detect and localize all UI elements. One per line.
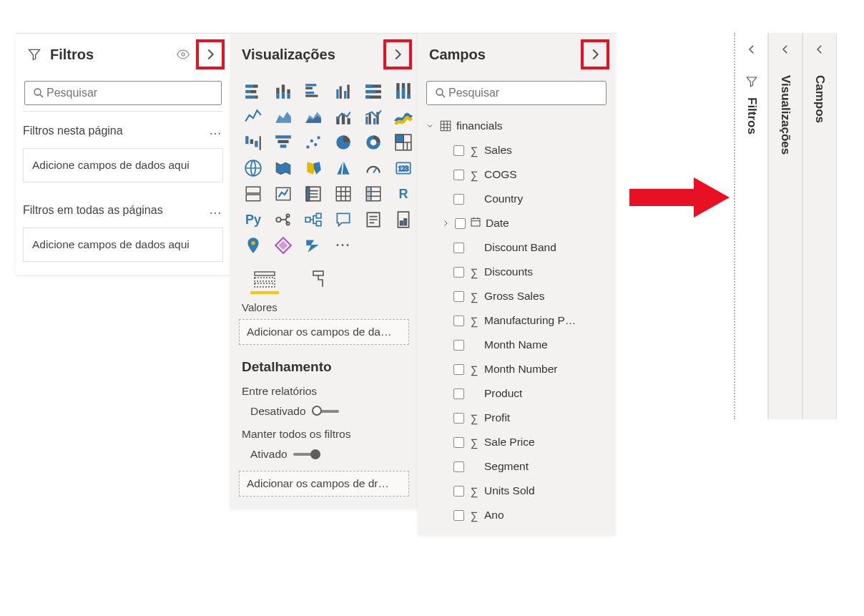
viz-more-icon[interactable]: ··· <box>330 233 356 258</box>
checkbox[interactable] <box>453 170 464 180</box>
viz-clustered-column-icon[interactable] <box>330 78 356 104</box>
viz-stacked-area-icon[interactable] <box>300 104 326 129</box>
collapsed-filters-tab[interactable]: Filtros <box>734 33 768 419</box>
svg-rect-10 <box>282 84 285 92</box>
svg-rect-85 <box>471 218 480 226</box>
viz-area-icon[interactable] <box>270 104 296 129</box>
field-segment[interactable]: Segment <box>425 454 611 479</box>
viz-stacked-bar-icon[interactable] <box>240 78 266 104</box>
field-manufacturing-p-[interactable]: ∑Manufacturing P… <box>425 308 611 333</box>
viz-100-stacked-column-icon[interactable] <box>391 78 416 104</box>
collapsed-fields-tab[interactable]: Campos <box>802 33 837 419</box>
checkbox[interactable] <box>453 243 464 253</box>
checkbox[interactable] <box>455 218 466 229</box>
checkbox[interactable] <box>453 486 464 497</box>
viz-donut-icon[interactable] <box>360 129 386 155</box>
viz-ribbon-icon[interactable] <box>391 104 416 129</box>
svg-rect-71 <box>305 217 310 223</box>
viz-py-visual-icon[interactable]: Py <box>240 207 266 233</box>
fields-search[interactable] <box>426 81 607 105</box>
viz-r-visual-icon[interactable]: R <box>391 181 416 207</box>
viz-line-clustered-icon[interactable] <box>360 104 386 129</box>
viz-line-icon[interactable] <box>240 104 266 129</box>
field-month-number[interactable]: ∑Month Number <box>425 357 611 381</box>
viz-treemap-icon[interactable] <box>391 129 416 155</box>
filters-search-input[interactable] <box>45 86 214 100</box>
viz-100-stacked-bar-icon[interactable] <box>360 78 386 104</box>
checkbox[interactable] <box>453 194 464 205</box>
checkbox[interactable] <box>453 413 464 424</box>
field-month-name[interactable]: Month Name <box>425 333 611 357</box>
eye-icon[interactable] <box>175 46 192 63</box>
field-product[interactable]: Product <box>425 381 611 406</box>
viz-arcgis-icon[interactable] <box>240 233 266 258</box>
fields-collapse-button[interactable] <box>581 39 609 69</box>
filters-all-drop[interactable]: Adicione campos de dados aqui <box>23 228 223 262</box>
filters-page-drop[interactable]: Adicione campos de dados aqui <box>23 148 223 182</box>
keep-filters-toggle[interactable] <box>293 449 320 459</box>
field-sale-price[interactable]: ∑Sale Price <box>425 430 611 454</box>
viz-table-icon[interactable] <box>330 181 356 207</box>
field-date[interactable]: Date <box>425 211 611 235</box>
checkbox[interactable] <box>453 388 464 399</box>
viz-pie-icon[interactable] <box>330 129 356 155</box>
cross-report-toggle[interactable] <box>312 406 339 416</box>
field-sales[interactable]: ∑ Sales <box>425 138 611 162</box>
more-icon[interactable]: … <box>209 123 223 138</box>
field-gross-sales[interactable]: ∑Gross Sales <box>425 284 611 308</box>
more-icon[interactable]: … <box>209 202 223 217</box>
viz-line-column-icon[interactable] <box>330 104 356 129</box>
viz-narrative-icon[interactable] <box>360 207 386 233</box>
viz-shape-map-icon[interactable] <box>300 155 326 181</box>
viz-collapse-button[interactable] <box>383 39 412 69</box>
viz-stacked-column-icon[interactable] <box>270 78 296 104</box>
viz-qna-icon[interactable] <box>330 207 356 233</box>
viz-powerautomate-icon[interactable] <box>300 233 326 258</box>
svg-rect-84 <box>441 121 451 131</box>
viz-powerapps-icon[interactable] <box>270 233 296 258</box>
checkbox[interactable] <box>453 267 464 278</box>
viz-azure-map-icon[interactable] <box>330 155 356 181</box>
viz-filled-map-icon[interactable] <box>270 155 296 181</box>
checkbox[interactable] <box>453 291 464 302</box>
divider <box>23 111 223 112</box>
viz-clustered-bar-icon[interactable] <box>300 78 326 104</box>
svg-point-51 <box>317 136 320 139</box>
field-units-sold[interactable]: ∑Units Sold <box>425 479 611 503</box>
drill-drop[interactable]: Adicionar os campos de dr… <box>239 471 409 497</box>
field-discounts[interactable]: ∑Discounts <box>425 260 611 284</box>
viz-funnel-icon[interactable] <box>270 129 296 155</box>
viz-scatter-icon[interactable] <box>300 129 326 155</box>
field-cogs[interactable]: ∑COGS <box>425 162 611 187</box>
checkbox[interactable] <box>453 364 464 375</box>
viz-map-icon[interactable] <box>240 155 266 181</box>
table-financials[interactable]: financials <box>425 114 611 138</box>
viz-key-influencers-icon[interactable] <box>270 207 296 233</box>
field-discount-band[interactable]: Discount Band <box>425 235 611 260</box>
collapsed-viz-tab[interactable]: Visualizações <box>768 33 802 419</box>
field-ano[interactable]: ∑Ano <box>425 503 611 527</box>
viz-waterfall-icon[interactable] <box>240 129 266 155</box>
viz-matrix-icon[interactable] <box>360 181 386 207</box>
viz-slicer-icon[interactable] <box>300 181 326 207</box>
filters-search[interactable] <box>24 81 222 105</box>
checkbox[interactable] <box>453 461 464 472</box>
viz-multi-row-card-icon[interactable] <box>240 181 266 207</box>
viz-kpi-icon[interactable] <box>270 181 296 207</box>
field-profit[interactable]: ∑Profit <box>425 406 611 430</box>
viz-paginated-icon[interactable] <box>391 207 416 233</box>
viz-gauge-icon[interactable] <box>360 155 386 181</box>
values-drop[interactable]: Adicionar os campos de da… <box>239 319 409 345</box>
checkbox[interactable] <box>453 510 464 521</box>
checkbox[interactable] <box>453 340 464 351</box>
checkbox[interactable] <box>453 145 464 156</box>
viz-decomposition-icon[interactable] <box>300 207 326 233</box>
filters-collapse-button[interactable] <box>196 39 225 69</box>
viz-card-icon[interactable]: 123 <box>391 155 416 181</box>
fields-mode[interactable] <box>250 270 279 294</box>
checkbox[interactable] <box>453 316 464 326</box>
fields-search-input[interactable] <box>447 86 599 100</box>
checkbox[interactable] <box>453 437 464 448</box>
format-mode[interactable] <box>308 270 330 294</box>
field-country[interactable]: Country <box>425 187 611 211</box>
